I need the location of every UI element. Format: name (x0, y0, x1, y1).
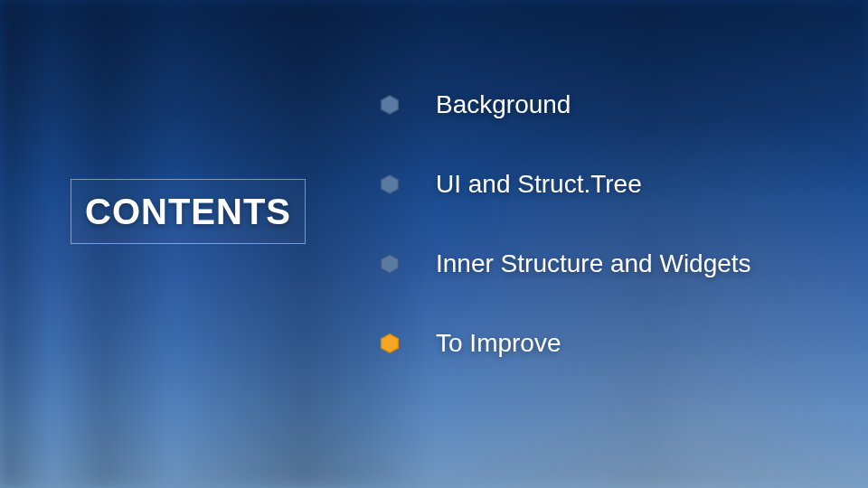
contents-item-label: Background (436, 90, 571, 119)
contents-item-label: UI and Struct.Tree (436, 170, 642, 199)
contents-item-label: To Improve (436, 329, 561, 358)
hexagon-icon (380, 174, 400, 194)
contents-item-0: Background (380, 90, 850, 119)
heading-frame: CONTENTS (71, 179, 306, 244)
hexagon-icon (380, 95, 400, 115)
contents-item-3: To Improve (380, 329, 850, 358)
contents-item-2: Inner Structure and Widgets (380, 249, 850, 278)
contents-slide: CONTENTS Background UI and Struct.Tree (0, 0, 868, 488)
contents-item-label: Inner Structure and Widgets (436, 249, 751, 278)
hexagon-icon (380, 333, 400, 353)
heading: CONTENTS (85, 192, 291, 232)
hexagon-icon (380, 254, 400, 274)
contents-list: Background UI and Struct.Tree Inner Stru… (380, 90, 850, 358)
contents-item-1: UI and Struct.Tree (380, 170, 850, 199)
